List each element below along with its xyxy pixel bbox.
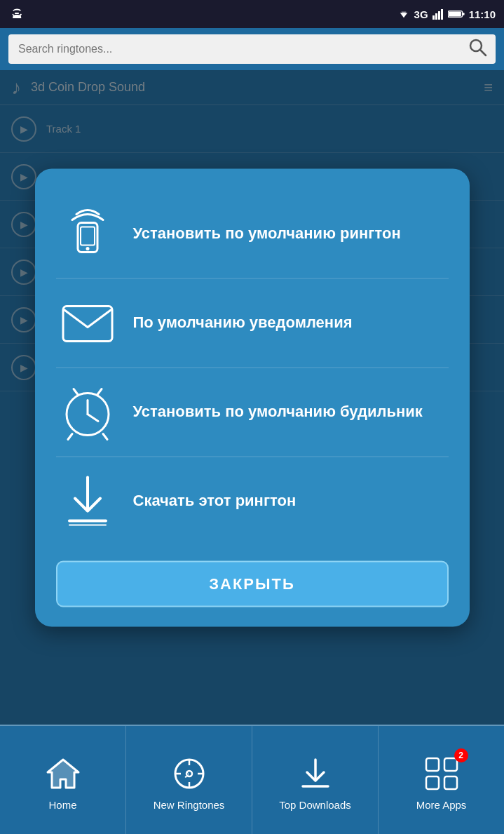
svg-rect-38	[426, 776, 439, 789]
bottom-nav: Home ♪ New Ringtones Top D	[0, 725, 504, 834]
set-ringtone-option[interactable]: Установить по умолчанию рингтон	[56, 189, 449, 278]
wifi-icon	[397, 9, 410, 19]
network-label: 3G	[414, 8, 428, 20]
search-bar	[0, 28, 504, 70]
status-bar-left	[8, 6, 25, 22]
time-label: 11:10	[469, 8, 496, 20]
main-content: ♪ 3d Coin Drop Sound ≡ ▶ Track 1 ▶ Track…	[0, 70, 504, 725]
svg-line-18	[68, 433, 72, 439]
nav-new-ringtones-label: New Ringtones	[154, 799, 225, 811]
set-notification-text: По умолчанию уведомления	[133, 313, 353, 333]
svg-line-19	[103, 433, 107, 439]
notification-icon	[56, 291, 119, 354]
search-input[interactable]	[8, 34, 496, 64]
set-alarm-text: Установить по умолчанию будильник	[133, 402, 423, 422]
status-bar: 3G 11:10	[0, 0, 504, 28]
phone-ringtone-icon	[56, 202, 119, 265]
set-alarm-option[interactable]: Установить по умолчанию будильник	[56, 368, 449, 457]
svg-point-13	[86, 247, 89, 250]
home-icon	[42, 753, 84, 795]
search-button[interactable]	[468, 37, 489, 61]
download-text: Скачать этот рингтон	[133, 491, 297, 511]
nav-item-home[interactable]: Home	[0, 726, 126, 834]
download-icon	[56, 469, 119, 532]
svg-rect-3	[435, 13, 437, 20]
more-apps-badge: 2	[454, 748, 468, 762]
more-apps-icon: 2	[421, 753, 463, 795]
options-dialog: Установить по умолчанию рингтон По умолч…	[35, 168, 470, 626]
new-ringtones-icon: ♪	[168, 753, 210, 795]
svg-text:♪: ♪	[184, 767, 190, 781]
android-icon	[8, 6, 25, 22]
battery-icon	[448, 9, 465, 19]
signal-icon	[433, 8, 444, 20]
close-button[interactable]: ЗАКРЫТЬ	[56, 560, 449, 607]
top-downloads-icon	[294, 753, 336, 795]
svg-line-10	[480, 50, 486, 55]
svg-rect-2	[433, 15, 435, 20]
alarm-icon	[56, 380, 119, 443]
nav-item-more-apps[interactable]: 2 More Apps	[379, 726, 504, 834]
svg-rect-36	[426, 758, 439, 771]
svg-line-17	[88, 414, 98, 421]
svg-rect-8	[448, 12, 461, 17]
svg-rect-37	[444, 758, 457, 771]
set-notification-option[interactable]: По умолчанию уведомления	[56, 278, 449, 368]
svg-rect-4	[438, 11, 440, 20]
svg-line-21	[97, 389, 102, 394]
nav-more-apps-label: More Apps	[416, 799, 467, 811]
nav-top-downloads-label: Top Downloads	[279, 799, 351, 811]
nav-home-label: Home	[48, 799, 76, 811]
svg-rect-39	[444, 776, 457, 789]
search-icon	[468, 37, 489, 58]
nav-item-top-downloads[interactable]: Top Downloads	[252, 726, 379, 834]
svg-rect-5	[441, 9, 443, 20]
set-ringtone-text: Установить по умолчанию рингтон	[133, 224, 401, 244]
svg-rect-12	[81, 227, 95, 245]
nav-item-new-ringtones[interactable]: ♪ New Ringtones	[126, 726, 252, 834]
svg-rect-14	[63, 306, 112, 341]
svg-line-20	[74, 389, 78, 394]
download-option[interactable]: Скачать этот рингтон	[56, 457, 449, 545]
status-bar-right: 3G 11:10	[397, 8, 496, 20]
svg-marker-26	[48, 760, 79, 788]
svg-rect-7	[463, 13, 465, 15]
